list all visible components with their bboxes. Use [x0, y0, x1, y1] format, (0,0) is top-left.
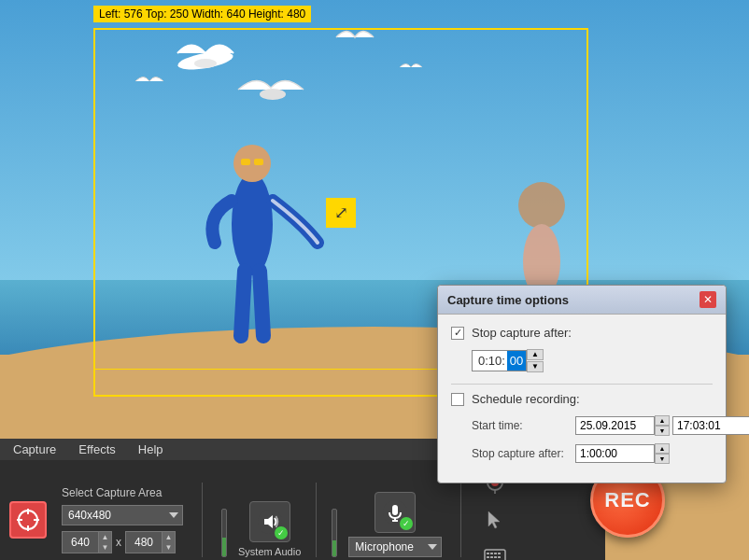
mouse-cursor-button[interactable] — [480, 505, 510, 535]
height-input[interactable] — [126, 532, 162, 553]
svg-rect-29 — [485, 550, 505, 560]
system-audio-volume — [221, 509, 227, 557]
start-time-label: Start time: — [472, 419, 570, 432]
schedule-checkbox[interactable] — [451, 393, 464, 406]
audio-section: ✓ System Audio — [221, 483, 442, 557]
dialog-title: Capture time options — [447, 293, 569, 307]
microphone-group: ✓ Microphone Default None — [348, 492, 442, 557]
schedule-label: Schedule recording: — [472, 392, 580, 406]
rec-label: REC — [604, 488, 650, 512]
separator-1 — [202, 483, 203, 557]
stop-time-input-wrap: 0:10: 00 — [472, 350, 527, 371]
separator-2 — [316, 483, 317, 557]
svg-rect-35 — [490, 556, 493, 558]
width-up[interactable]: ▲ — [98, 532, 111, 542]
stop-capture-label: Stop capture after: — [472, 326, 572, 340]
time-input[interactable]: 17:03:01 — [672, 416, 749, 435]
dimensions-row: ▲ ▼ x ▲ ▼ — [62, 531, 183, 553]
height-down[interactable]: ▼ — [162, 542, 175, 553]
microphone-select[interactable]: Microphone Default None — [348, 537, 442, 557]
svg-rect-34 — [487, 556, 489, 558]
stop-up[interactable]: ▲ — [655, 443, 670, 454]
svg-rect-37 — [498, 556, 501, 558]
time-value: 17:03:01 — [677, 419, 721, 432]
date-input[interactable]: 25.09.2015 — [575, 416, 655, 435]
time-up-btn[interactable]: ▲ — [527, 349, 544, 360]
date-input-group: 25.09.2015 ▲ ▼ — [575, 415, 670, 436]
time-input-group: 17:03:01 ▲ ▼ — [672, 415, 749, 436]
width-input[interactable] — [63, 532, 98, 553]
resize-handle[interactable]: ⤢ — [326, 198, 356, 228]
stop-time-spinner: ▲ ▼ — [527, 349, 544, 372]
crosshair-icon — [15, 507, 41, 533]
dimension-x: x — [116, 536, 121, 549]
svg-rect-30 — [487, 553, 489, 554]
mic-check-badge: ✓ — [400, 517, 413, 530]
schedule-stop-label: Stop capture after: — [472, 447, 570, 460]
schedule-stop-spinner: ▲ ▼ — [655, 443, 670, 464]
capture-area-label: Select Capture Area — [62, 486, 183, 499]
height-up[interactable]: ▲ — [162, 532, 175, 542]
stop-capture-checkbox[interactable] — [451, 327, 464, 340]
capture-time-dialog: Capture time options ✕ Stop capture afte… — [437, 285, 727, 483]
start-time-row: Start time: 25.09.2015 ▲ ▼ — [472, 415, 713, 436]
crosshair-button[interactable] — [9, 501, 47, 539]
schedule-row: Schedule recording: — [451, 392, 713, 406]
stop-capture-input-group: 0:10: 00 ▲ ▼ — [472, 349, 544, 372]
svg-rect-20 — [392, 505, 398, 515]
dialog-titlebar: Capture time options ✕ — [438, 286, 726, 315]
stop-capture-time-row: 0:10: 00 ▲ ▼ — [451, 349, 713, 372]
width-down[interactable]: ▼ — [98, 542, 111, 553]
svg-rect-31 — [490, 553, 493, 554]
menu-help[interactable]: Help — [133, 439, 169, 460]
schedule-stop-value: 1:00:00 — [580, 447, 617, 460]
start-time-controls: 25.09.2015 ▲ ▼ 17:03:01 — [575, 415, 749, 436]
stop-time-seconds[interactable]: 00 — [507, 351, 526, 371]
svg-rect-36 — [494, 556, 497, 558]
schedule-fields: Start time: 25.09.2015 ▲ ▼ — [451, 415, 713, 464]
time-down-btn[interactable]: ▼ — [527, 361, 544, 372]
stop-down[interactable]: ▼ — [655, 454, 670, 464]
date-value: 25.09.2015 — [580, 419, 636, 432]
resolution-select[interactable]: 640x480 800x600 1024x768 1280x720 Custom — [62, 505, 183, 525]
system-audio-label: System Audio — [238, 546, 301, 557]
audio-check-badge: ✓ — [275, 526, 288, 539]
microphone-button[interactable]: ✓ — [374, 492, 416, 533]
keyboard-icon — [484, 549, 506, 560]
cursor-icon — [485, 510, 505, 530]
stop-time-hours: 0:10: — [473, 351, 507, 371]
keyboard-button[interactable] — [480, 542, 510, 560]
schedule-stop-row: Stop capture after: 1:00:00 ▲ ▼ — [472, 443, 713, 464]
menu-capture[interactable]: Capture — [7, 439, 62, 460]
mic-volume — [332, 509, 337, 557]
capture-tooltip: Left: 576 Top: 250 Width: 640 Height: 48… — [93, 6, 311, 22]
system-audio-button[interactable]: ✓ — [249, 501, 290, 542]
dialog-body: Stop capture after: 0:10: 00 ▲ ▼ — [438, 315, 726, 483]
height-spinner[interactable]: ▲ ▼ — [125, 531, 176, 553]
menu-effects[interactable]: Effects — [73, 439, 121, 460]
schedule-stop-controls: 1:00:00 ▲ ▼ — [575, 443, 670, 464]
date-spinner: ▲ ▼ — [655, 415, 670, 436]
system-audio-group: ✓ System Audio — [238, 501, 301, 557]
svg-rect-32 — [494, 553, 497, 554]
date-down[interactable]: ▼ — [655, 426, 670, 436]
schedule-stop-input[interactable]: 1:00:00 — [575, 444, 655, 463]
width-spinner[interactable]: ▲ ▼ — [62, 531, 112, 553]
svg-rect-33 — [498, 553, 501, 554]
dialog-separator — [451, 384, 713, 385]
capture-area-controls: Select Capture Area 640x480 800x600 1024… — [62, 486, 183, 553]
stop-capture-row: Stop capture after: — [451, 326, 713, 340]
dialog-close-button[interactable]: ✕ — [700, 291, 716, 308]
separator-3 — [460, 483, 461, 557]
date-up[interactable]: ▲ — [655, 415, 670, 426]
